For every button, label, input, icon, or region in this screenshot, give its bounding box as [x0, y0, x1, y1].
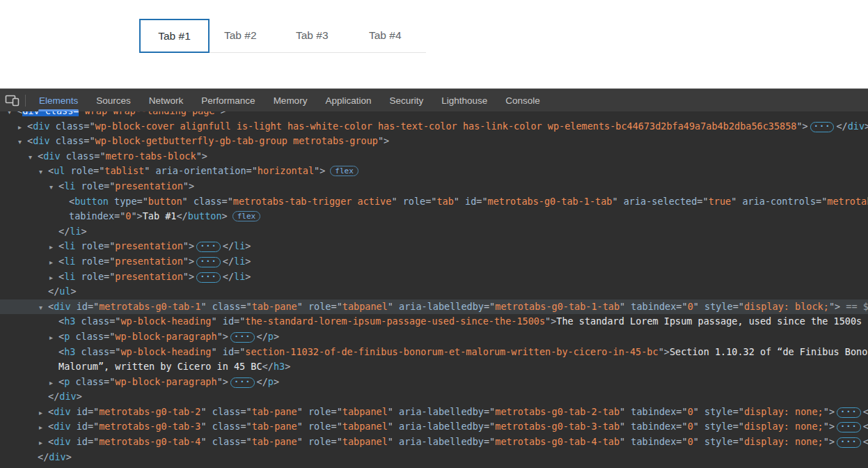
syntax-token: tabindex: [625, 421, 676, 432]
ellipsis-expand-icon[interactable]: ···: [196, 257, 221, 267]
syntax-token: 0: [688, 436, 693, 447]
syntax-token: tabindex: [69, 210, 114, 221]
syntax-token: =": [476, 196, 487, 207]
dom-tree-row[interactable]: <h3 class="wp-block-heading" id="the-sta…: [0, 314, 868, 329]
page-tab-2[interactable]: Tab #2: [224, 29, 257, 42]
dom-tree-row[interactable]: ▸<div id="metrotabs-g0-tab-3" class="tab…: [0, 419, 868, 435]
dom-tree-row[interactable]: tabindex="0">Tab #1</button>flex: [0, 209, 868, 224]
ellipsis-expand-icon[interactable]: ···: [837, 422, 861, 432]
dom-tree-row[interactable]: ▾<div class="wp-block-getbutterfly-gb-ta…: [0, 134, 868, 149]
devtools-tab-lighthouse[interactable]: Lighthouse: [432, 89, 496, 111]
syntax-token: =": [104, 240, 115, 251]
collapse-arrow-icon[interactable]: ▾: [18, 134, 27, 150]
collapse-arrow-icon[interactable]: ▾: [8, 111, 17, 120]
syntax-token: =": [484, 436, 495, 447]
syntax-token: </: [48, 391, 59, 402]
dom-tree-row[interactable]: ▾<div id="metrotabs-g0-tab-1" class="tab…: [0, 299, 868, 315]
devtools-tab-memory[interactable]: Memory: [265, 89, 317, 111]
ellipsis-expand-icon[interactable]: ···: [810, 122, 835, 132]
syntax-token: li: [234, 256, 245, 267]
ellipsis-expand-icon[interactable]: ···: [230, 377, 255, 388]
expand-arrow-icon[interactable]: ▸: [49, 330, 58, 345]
dom-tree-row[interactable]: ▸<li role="presentation">···</li>: [0, 270, 868, 285]
dom-tree-row[interactable]: </div>: [0, 450, 868, 465]
dom-tree-row[interactable]: <h3 class="wp-block-heading" id="section…: [0, 345, 868, 360]
syntax-token: =": [114, 210, 125, 221]
dom-tree-row[interactable]: ▾<ul role="tablist" aria-orientation="ho…: [0, 164, 868, 179]
devtools-tab-performance[interactable]: Performance: [192, 89, 264, 111]
expand-arrow-icon[interactable]: ▸: [49, 375, 58, 391]
syntax-token: ">: [215, 111, 226, 116]
expand-arrow-icon[interactable]: ▸: [49, 270, 58, 286]
ellipsis-expand-icon[interactable]: ···: [837, 437, 861, 448]
flex-badge[interactable]: flex: [232, 211, 261, 221]
device-toolbar-icon[interactable]: [0, 89, 25, 111]
syntax-token: true: [709, 196, 732, 207]
syntax-token: =": [88, 421, 99, 432]
devtools-tab-console[interactable]: Console: [496, 89, 549, 111]
syntax-token: =": [88, 301, 99, 312]
syntax-token: >: [71, 286, 77, 297]
dom-tree-row[interactable]: ▾<li role="presentation">: [0, 179, 868, 194]
dom-tree-row[interactable]: ▾<div class="metro-tabs-block">: [0, 149, 868, 164]
page-tab-3[interactable]: Tab #3: [296, 29, 329, 42]
syntax-token: ">: [183, 271, 194, 282]
ellipsis-expand-icon[interactable]: ···: [196, 272, 221, 283]
expand-arrow-icon[interactable]: ▸: [18, 120, 27, 135]
syntax-token: display: none;: [744, 406, 823, 417]
expand-arrow-icon[interactable]: ▸: [39, 420, 48, 435]
devtools-tab-application[interactable]: Application: [316, 89, 380, 111]
syntax-token: class: [50, 135, 84, 146]
ellipsis-expand-icon[interactable]: ···: [837, 407, 861, 418]
syntax-token: The standard Lorem Ipsum passage, used s…: [556, 315, 862, 327]
dom-tree-row[interactable]: </ul>: [0, 284, 868, 299]
dom-tree-row[interactable]: ▸<p class="wp-block-paragraph">···</p>: [0, 375, 868, 390]
syntax-token: class: [75, 346, 109, 357]
syntax-token: ">: [217, 376, 228, 387]
syntax-token: tabpanel: [342, 301, 388, 312]
syntax-token: =": [240, 421, 251, 432]
ellipsis-expand-icon[interactable]: ···: [230, 332, 255, 343]
syntax-token: role: [75, 240, 104, 251]
syntax-token: <: [58, 315, 64, 327]
dom-tree-row[interactable]: ▾<div class="wrap wrap--landing-page">: [0, 111, 868, 119]
syntax-token: <: [48, 165, 54, 176]
syntax-token: div: [43, 150, 60, 162]
flex-badge[interactable]: flex: [330, 166, 358, 176]
syntax-token: role: [303, 406, 331, 417]
dom-tree-row[interactable]: </div>: [0, 389, 868, 405]
syntax-token: metro-tabs-block: [106, 150, 196, 162]
syntax-token: ">: [183, 240, 194, 251]
collapse-arrow-icon[interactable]: ▾: [39, 300, 48, 315]
dom-tree-row[interactable]: ▸<p class="wp-block-paragraph">···</p>: [0, 329, 868, 345]
syntax-token: li: [70, 226, 81, 237]
devtools-tab-security[interactable]: Security: [380, 89, 432, 111]
devtools-tab-network[interactable]: Network: [140, 89, 193, 111]
collapse-arrow-icon[interactable]: ▾: [39, 164, 48, 180]
collapse-arrow-icon[interactable]: ▾: [49, 180, 58, 195]
expand-arrow-icon[interactable]: ▸: [49, 255, 58, 270]
dom-tree-row[interactable]: Malorum”, written by Cicero in 45 BC</h3…: [0, 359, 868, 375]
dom-tree-row[interactable]: ▸<div id="metrotabs-g0-tab-4" class="tab…: [0, 435, 868, 450]
dom-tree-row[interactable]: ▸<li role="presentation">···</li>: [0, 254, 868, 270]
expand-arrow-icon[interactable]: ▸: [49, 240, 58, 255]
syntax-token: metrotabs-g0-tab-3-tab: [495, 421, 620, 432]
collapse-arrow-icon[interactable]: ▾: [29, 150, 38, 165]
dom-tree-row[interactable]: ▸<div id="metrotabs-g0-tab-2" class="tab…: [0, 405, 868, 420]
dom-tree-row[interactable]: ▸<div class="wp-block-cover alignfull is…: [0, 119, 868, 134]
page-tab-4[interactable]: Tab #4: [369, 29, 402, 42]
syntax-token: class: [207, 436, 241, 447]
syntax-token: <: [38, 150, 43, 162]
page-tab-1[interactable]: Tab #1: [139, 19, 210, 53]
dom-tree-row[interactable]: ▸<li role="presentation">···</li>: [0, 239, 868, 254]
expand-arrow-icon[interactable]: ▸: [39, 435, 48, 451]
ellipsis-expand-icon[interactable]: ···: [196, 242, 221, 252]
devtools-tab-elements[interactable]: Elements: [30, 89, 87, 111]
dom-tree-row[interactable]: </li>: [0, 224, 868, 240]
syntax-token: >: [285, 361, 290, 372]
expand-arrow-icon[interactable]: ▸: [39, 405, 48, 421]
elements-dom-tree[interactable]: ▾<div class="wrap wrap--landing-page">▸<…: [0, 111, 868, 468]
syntax-token: role: [75, 180, 104, 192]
devtools-tab-sources[interactable]: Sources: [87, 89, 140, 111]
dom-tree-row[interactable]: <button type="button" class="metrotabs-t…: [0, 194, 868, 210]
